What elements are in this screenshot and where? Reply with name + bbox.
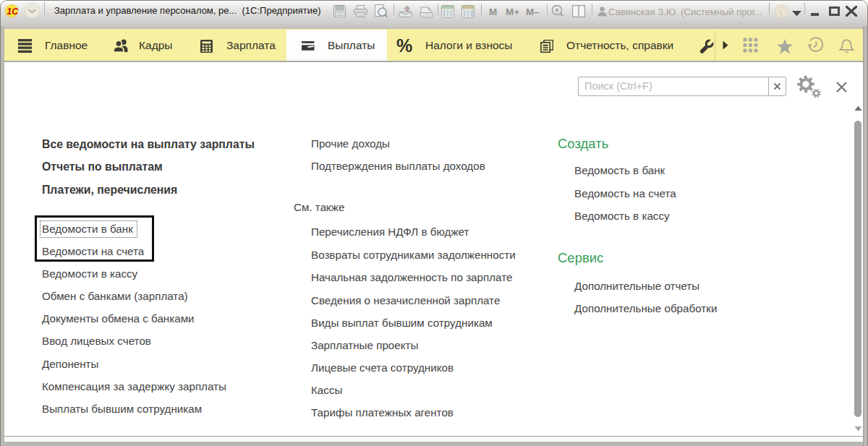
svg-text:i: i (780, 7, 783, 16)
svg-text:1С: 1С (7, 7, 18, 17)
